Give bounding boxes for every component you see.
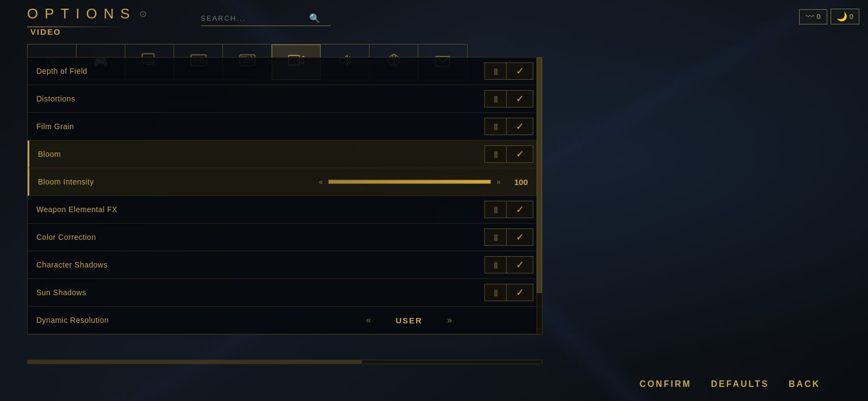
- setting-label-weapon-elemental-fx: Weapon Elemental FX: [36, 205, 484, 214]
- setting-label-sun-shadows: Sun Shadows: [36, 288, 484, 297]
- currency1-icon: 〰: [806, 12, 814, 22]
- slider-left-arrow-bloom-intensity[interactable]: «: [318, 177, 323, 186]
- toggle-check-weapon-elemental-fx[interactable]: ✓: [506, 201, 533, 218]
- header-left: OPTIONS ⊙ VIDEO: [27, 5, 146, 40]
- setting-label-bloom: Bloom: [38, 150, 484, 158]
- table-row: Weapon Elemental FX ||| ✓: [28, 196, 542, 224]
- toggle-group-color-correction: ||| ✓: [484, 228, 533, 246]
- table-row: Bloom Intensity « » 100: [28, 168, 542, 196]
- defaults-button[interactable]: DEFAULTS: [707, 377, 774, 391]
- scrollbar-thumb[interactable]: [537, 58, 542, 293]
- toggle-bars-bloom[interactable]: |||: [484, 145, 506, 163]
- toggle-check-character-shadows[interactable]: ✓: [506, 256, 533, 273]
- table-row: Dynamic Resolution « USER »: [28, 307, 542, 334]
- slider-right-arrow-bloom-intensity[interactable]: »: [496, 177, 501, 186]
- scrollbar-track: [537, 58, 542, 334]
- table-row: Depth of Field ||| ✓: [28, 58, 542, 85]
- table-row: Film Grain ||| ✓: [28, 113, 542, 141]
- horizontal-scrollbar-thumb: [28, 360, 362, 364]
- dropdown-value-dynamic-resolution: USER: [376, 316, 442, 325]
- table-row: Bloom ||| ✓: [28, 141, 542, 168]
- horizontal-scrollbar[interactable]: [27, 360, 542, 364]
- settings-container: Depth of Field ||| ✓ Distortions ||| ✓ F…: [27, 57, 542, 335]
- page-title: OPTIONS: [27, 5, 136, 22]
- slider-container-bloom-intensity: « » 100: [283, 177, 534, 187]
- setting-label-film-grain: Film Grain: [36, 122, 484, 131]
- setting-label-color-correction: Color Correction: [36, 233, 484, 241]
- dropdown-container-dynamic-resolution: « USER »: [285, 315, 533, 325]
- table-row: Color Correction ||| ✓: [28, 224, 542, 251]
- toggle-bars-character-shadows[interactable]: |||: [484, 256, 506, 273]
- toggle-bars-distortions[interactable]: |||: [484, 90, 506, 107]
- toggle-group-character-shadows: ||| ✓: [484, 256, 533, 273]
- back-button[interactable]: BACK: [784, 377, 825, 391]
- table-row: Sun Shadows ||| ✓: [28, 279, 542, 307]
- main-container: 〰 0 🌙 0 OPTIONS ⊙ VIDEO 🔍: [0, 0, 868, 401]
- toggle-check-distortions[interactable]: ✓: [506, 90, 533, 107]
- search-input[interactable]: [201, 14, 309, 22]
- setting-label-depth-of-field: Depth of Field: [36, 67, 484, 75]
- section-label: VIDEO: [30, 27, 146, 40]
- toggle-group-bloom: ||| ✓: [484, 145, 533, 163]
- bottom-buttons: CONFIRM DEFAULTS BACK: [635, 377, 825, 391]
- hud-currency-1[interactable]: 〰 0: [799, 9, 827, 24]
- toggle-group-film-grain: ||| ✓: [484, 118, 533, 135]
- toggle-check-film-grain[interactable]: ✓: [506, 118, 533, 135]
- setting-label-bloom-intensity: Bloom Intensity: [38, 177, 283, 186]
- toggle-group-sun-shadows: ||| ✓: [484, 284, 533, 301]
- search-icon: 🔍: [309, 13, 320, 23]
- toggle-bars-depth-of-field[interactable]: |||: [484, 62, 506, 80]
- slider-value-bloom-intensity: 100: [506, 177, 528, 187]
- options-logo: OPTIONS ⊙: [27, 5, 146, 22]
- toggle-check-depth-of-field[interactable]: ✓: [506, 62, 533, 80]
- setting-label-character-shadows: Character Shadows: [36, 260, 484, 269]
- table-row: Character Shadows ||| ✓: [28, 251, 542, 279]
- confirm-button[interactable]: CONFIRM: [635, 377, 696, 391]
- toggle-bars-weapon-elemental-fx[interactable]: |||: [484, 201, 506, 218]
- toggle-bars-sun-shadows[interactable]: |||: [484, 284, 506, 301]
- currency2-value: 0: [850, 12, 853, 21]
- toggle-bars-color-correction[interactable]: |||: [484, 228, 506, 246]
- hud-top-right: 〰 0 🌙 0: [799, 9, 859, 24]
- table-row: Distortions ||| ✓: [28, 85, 542, 113]
- currency2-icon: 🌙: [837, 11, 847, 22]
- setting-label-distortions: Distortions: [36, 94, 484, 103]
- toggle-check-color-correction[interactable]: ✓: [506, 228, 533, 246]
- search-container: 🔍: [201, 13, 331, 26]
- toggle-check-sun-shadows[interactable]: ✓: [506, 284, 533, 301]
- slider-fill-bloom-intensity: [329, 180, 490, 183]
- setting-label-dynamic-resolution: Dynamic Resolution: [36, 316, 285, 324]
- dropdown-right-arrow-dynamic-resolution[interactable]: »: [447, 315, 452, 325]
- options-icon: ⊙: [139, 9, 146, 19]
- hud-currency-2[interactable]: 🌙 0: [831, 9, 859, 24]
- toggle-bars-film-grain[interactable]: |||: [484, 118, 506, 135]
- currency1-value: 0: [816, 12, 820, 21]
- dropdown-left-arrow-dynamic-resolution[interactable]: «: [366, 315, 371, 325]
- toggle-group-weapon-elemental-fx: ||| ✓: [484, 201, 533, 218]
- slider-track-bloom-intensity[interactable]: [328, 180, 491, 184]
- toggle-group-distortions: ||| ✓: [484, 90, 533, 107]
- toggle-group-depth-of-field: ||| ✓: [484, 62, 533, 80]
- toggle-check-bloom[interactable]: ✓: [506, 145, 533, 163]
- header-row: OPTIONS ⊙ VIDEO 🔍: [27, 5, 542, 40]
